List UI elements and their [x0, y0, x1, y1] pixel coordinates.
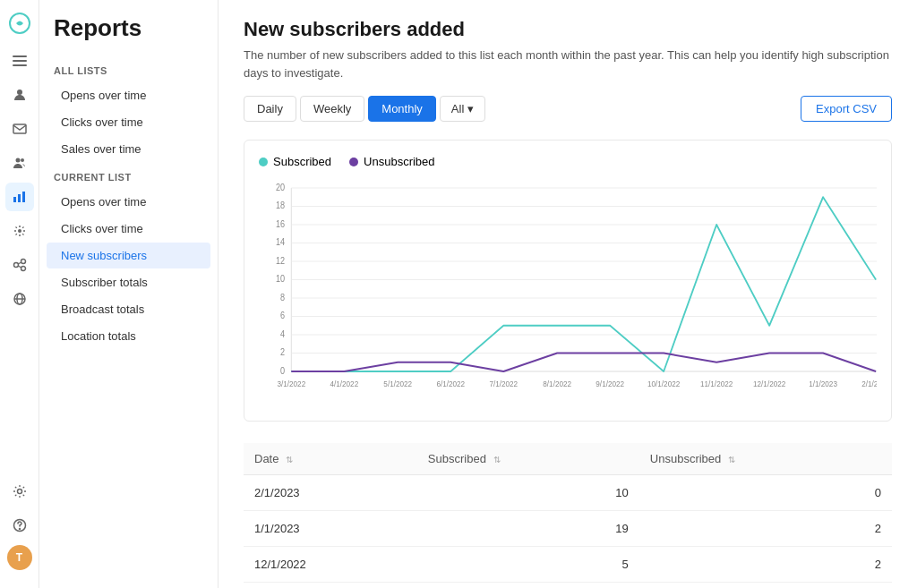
cell-unsubscribed: 2	[639, 511, 892, 547]
svg-text:6/1/2022: 6/1/2022	[436, 379, 465, 388]
cell-subscribed: 10	[417, 475, 639, 511]
svg-text:18: 18	[276, 200, 285, 211]
legend-subscribed-label: Subscribed	[273, 155, 331, 168]
col-header-unsubscribed[interactable]: Unsubscribed ⇅	[639, 443, 892, 475]
sidebar-item-clicks[interactable]: Clicks over time	[47, 216, 210, 242]
sort-icon-unsubscribed: ⇅	[728, 455, 735, 464]
export-csv-button[interactable]: Export CSV	[801, 96, 892, 122]
main-title: New subscribers added	[244, 18, 892, 41]
filter-daily[interactable]: Daily	[244, 96, 296, 122]
cell-subscribed: 16	[417, 583, 639, 589]
sidebar-item-subscriber-totals[interactable]: Subscriber totals	[47, 269, 210, 295]
nav-icon-help[interactable]	[5, 511, 34, 540]
svg-text:8/1/2022: 8/1/2022	[543, 379, 571, 388]
cell-date: 1/1/2023	[244, 511, 417, 547]
sort-icon-subscribed: ⇅	[493, 455, 501, 464]
chart-container: Subscribed Unsubscribed 0 2	[244, 140, 892, 422]
svg-rect-2	[13, 60, 27, 62]
nav-icon-settings[interactable]	[5, 477, 34, 506]
nav-icon-reports[interactable]	[5, 183, 34, 211]
svg-rect-3	[13, 64, 27, 66]
svg-text:12/1/2022: 12/1/2022	[753, 379, 785, 388]
user-avatar[interactable]: T	[7, 545, 32, 570]
legend-dot-unsubscribed	[349, 158, 358, 166]
svg-text:10: 10	[276, 274, 285, 285]
sidebar-item-location-totals[interactable]: Location totals	[47, 323, 210, 349]
cell-unsubscribed: 1	[639, 583, 892, 589]
svg-point-20	[17, 490, 21, 494]
nav-icon-integrations[interactable]	[5, 251, 34, 279]
filter-monthly[interactable]: Monthly	[368, 96, 436, 122]
filter-weekly[interactable]: Weekly	[300, 96, 364, 122]
svg-point-6	[15, 158, 20, 163]
svg-text:6: 6	[280, 311, 285, 321]
svg-point-22	[19, 529, 20, 530]
svg-text:4: 4	[280, 329, 286, 340]
filter-bar: Daily Weekly Monthly All ▾ Export CSV	[244, 96, 892, 122]
table-row: 2/1/2023 10 0	[244, 475, 892, 511]
data-table: Date ⇅ Subscribed ⇅ Unsubscribed ⇅ 2/1/2…	[244, 443, 892, 588]
svg-point-13	[21, 260, 25, 264]
svg-text:9/1/2022: 9/1/2022	[596, 379, 624, 388]
svg-text:2: 2	[280, 347, 285, 358]
main-description: The number of new subscribers added to t…	[244, 47, 892, 81]
sidebar-item-opens-all[interactable]: Opens over time	[47, 82, 210, 108]
nav-icon-users[interactable]	[5, 149, 34, 177]
svg-point-11	[18, 229, 21, 233]
cell-subscribed: 5	[417, 547, 639, 583]
svg-rect-9	[18, 194, 21, 202]
svg-point-4	[17, 89, 22, 95]
sidebar: Reports ALL LISTS Opens over time Clicks…	[39, 0, 219, 588]
nav-icon-expand[interactable]	[5, 47, 34, 75]
filter-all[interactable]: All ▾	[440, 96, 485, 122]
main-content: New subscribers added The number of new …	[219, 0, 917, 588]
svg-text:8: 8	[280, 293, 285, 303]
table-row: 12/1/2022 5 2	[244, 547, 892, 583]
sort-icon-date: ⇅	[286, 455, 293, 464]
svg-text:5/1/2022: 5/1/2022	[383, 379, 412, 388]
cell-unsubscribed: 2	[639, 547, 892, 583]
legend-dot-subscribed	[259, 158, 268, 166]
sidebar-item-broadcast-totals[interactable]: Broadcast totals	[47, 296, 210, 322]
chevron-down-icon: ▾	[467, 102, 474, 115]
col-header-subscribed[interactable]: Subscribed ⇅	[417, 443, 639, 475]
nav-icon-mail[interactable]	[5, 115, 34, 143]
legend-unsubscribed: Unsubscribed	[349, 155, 435, 168]
cell-subscribed: 19	[417, 511, 639, 547]
col-header-date[interactable]: Date ⇅	[244, 443, 417, 475]
svg-rect-8	[13, 197, 16, 202]
cell-date: 2/1/2023	[244, 475, 417, 511]
sidebar-item-sales-all[interactable]: Sales over time	[47, 136, 210, 162]
svg-text:0: 0	[280, 366, 285, 377]
nav-icon-globe[interactable]	[5, 285, 34, 313]
svg-line-15	[18, 262, 21, 264]
legend-unsubscribed-label: Unsubscribed	[364, 155, 435, 168]
table-row: 11/1/2022 16 1	[244, 583, 892, 589]
nav-icon-automation[interactable]	[5, 217, 34, 245]
nav-icon-contacts[interactable]	[5, 81, 34, 109]
svg-line-16	[18, 266, 21, 268]
svg-text:3/1/2022: 3/1/2022	[277, 379, 305, 388]
legend-subscribed: Subscribed	[259, 155, 331, 168]
svg-rect-10	[22, 192, 25, 202]
svg-text:4/1/2022: 4/1/2022	[330, 379, 358, 388]
sidebar-item-opens[interactable]: Opens over time	[47, 189, 210, 215]
svg-point-14	[21, 267, 25, 271]
cell-unsubscribed: 0	[639, 475, 892, 511]
cell-date: 12/1/2022	[244, 547, 417, 583]
app-logo[interactable]	[5, 9, 34, 38]
sidebar-item-clicks-all[interactable]: Clicks over time	[47, 109, 210, 135]
page-title: Reports	[39, 14, 218, 56]
svg-rect-1	[13, 55, 27, 57]
table-row: 1/1/2023 19 2	[244, 511, 892, 547]
chart-legend: Subscribed Unsubscribed	[259, 155, 877, 168]
svg-text:10/1/2022: 10/1/2022	[647, 379, 680, 388]
svg-text:7/1/2022: 7/1/2022	[489, 379, 518, 388]
current-list-header: CURRENT LIST	[39, 163, 218, 188]
svg-text:1/1/2023: 1/1/2023	[809, 379, 837, 388]
svg-point-7	[21, 158, 24, 162]
line-chart: 0 2 4 6 8 10 12 14 16 18 20 3/1/2022 4/1…	[259, 179, 877, 403]
svg-point-12	[13, 263, 18, 268]
cell-date: 11/1/2022	[244, 583, 417, 589]
sidebar-item-new-subscribers[interactable]: New subscribers	[47, 243, 210, 268]
